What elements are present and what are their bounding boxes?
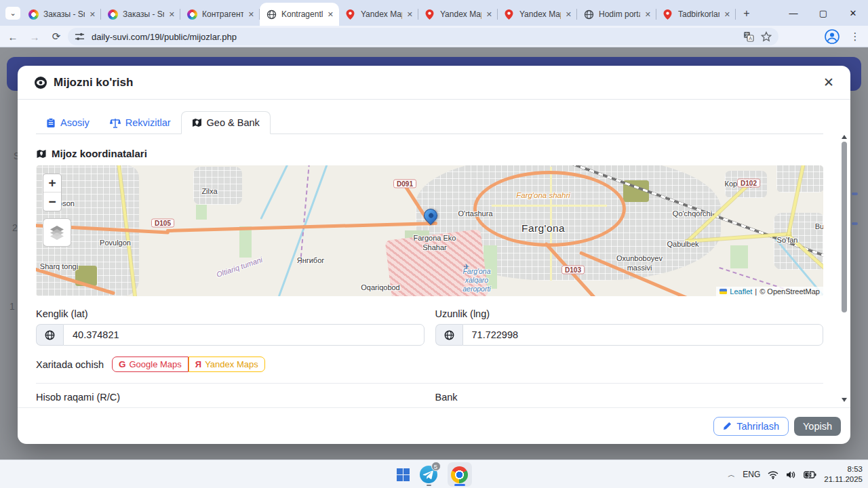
maximize-button[interactable]: ▢ <box>808 0 838 26</box>
map-green <box>196 205 207 220</box>
leaflet-map[interactable]: Poloson Povulgon Sharq tongi Zilxa Oltia… <box>36 165 823 296</box>
tab-asosiy[interactable]: Asosiy <box>36 111 100 134</box>
back-button[interactable]: ← <box>5 29 20 44</box>
yandex-maps-button[interactable]: ЯYandex Maps <box>189 357 265 372</box>
new-tab-button[interactable]: + <box>739 6 754 21</box>
lng-label: Uzunlik (lng) <box>435 308 824 319</box>
rainbow-favicon <box>187 9 197 20</box>
close-window-button[interactable]: ✕ <box>838 0 868 26</box>
globe-favicon <box>584 9 594 20</box>
zoom-out-button[interactable]: − <box>43 192 61 211</box>
tab-close-icon[interactable]: ✕ <box>566 10 572 19</box>
browser-tab-strip: ⌄ Заказы - Sma✕ Заказы - Sma✕ Контрагент… <box>0 0 868 26</box>
edit-button[interactable]: Tahrirlash <box>713 417 789 436</box>
close-button[interactable]: Yopish <box>794 417 841 436</box>
modal-scrollbar[interactable] <box>841 135 848 402</box>
map-area <box>193 167 242 205</box>
road-badge: D105 <box>151 219 174 228</box>
modal-footer: Tahrirlash Yopish <box>18 407 850 444</box>
tab-close-icon[interactable]: ✕ <box>407 10 413 19</box>
map-label: Zilxa <box>201 187 217 195</box>
minimize-button[interactable]: — <box>778 0 808 26</box>
telegram-icon[interactable]: 5 <box>418 463 439 486</box>
windows-taskbar: 5 ︿ ENG 8:53 21.11.2025 <box>0 460 868 488</box>
site-settings-icon[interactable] <box>75 32 85 42</box>
layers-control[interactable] <box>43 218 71 247</box>
wifi-icon[interactable] <box>768 470 778 479</box>
tray-date: 21.11.2025 <box>824 474 863 485</box>
view-client-modal: Mijozni ko'rish ✕ Asosiy Rekvizitlar Geo… <box>18 66 850 444</box>
tab-close-icon[interactable]: ✕ <box>724 10 730 19</box>
pin-favicon <box>425 9 435 20</box>
tab-close-icon[interactable]: ✕ <box>90 10 96 19</box>
pin-favicon <box>346 9 356 20</box>
leaflet-link[interactable]: Leaflet <box>730 287 752 296</box>
tab-rekvizitlar[interactable]: Rekvizitlar <box>100 111 181 134</box>
tab-close-icon[interactable]: ✕ <box>328 10 334 19</box>
map-green <box>730 245 748 268</box>
modal-body: Asosiy Rekvizitlar Geo & Bank Mijoz koor… <box>18 100 850 407</box>
scrollbar-thumb[interactable] <box>842 142 847 312</box>
clock[interactable]: 8:53 21.11.2025 <box>824 464 863 485</box>
lat-label: Kenglik (lat) <box>36 308 425 319</box>
url-text[interactable]: daily-suvi.com/19l/public/mijozlar.php <box>92 32 736 42</box>
map-label: Oxunboboyev massivi <box>608 254 671 273</box>
globe-icon <box>435 324 462 346</box>
bookmark-star-icon[interactable] <box>761 31 772 42</box>
divider <box>36 383 823 384</box>
tab-close-icon[interactable]: ✕ <box>248 10 254 19</box>
section-title: Mijoz koordinatalari <box>36 148 823 159</box>
lat-input[interactable] <box>63 324 425 346</box>
browser-toolbar: ← → ⟳ daily-suvi.com/19l/public/mijozlar… <box>0 26 868 47</box>
page-fragment: 1 <box>9 301 15 312</box>
map-zoom-control: + − <box>43 174 62 211</box>
tab-geo-bank[interactable]: Geo & Bank <box>181 111 271 134</box>
reload-button[interactable]: ⟳ <box>49 29 64 44</box>
address-bar[interactable]: daily-suvi.com/19l/public/mijozlar.php 文… <box>68 28 778 45</box>
page-backdrop: S 2 1 Mijozni ko'rish ✕ Asosiy Rekvizitl… <box>0 47 868 460</box>
page-fragment: 2 <box>12 222 18 233</box>
browser-tab[interactable]: Контрагенты✕ <box>180 3 260 26</box>
start-button-icon[interactable] <box>397 468 410 481</box>
tab-close-icon[interactable]: ✕ <box>169 10 175 19</box>
browser-tab[interactable]: Заказы - Sma✕ <box>101 3 180 26</box>
browser-tab[interactable]: Yandex Maps✕ <box>418 3 498 26</box>
browser-tab[interactable]: Yandex Maps✕ <box>498 3 577 26</box>
lng-input[interactable] <box>462 324 824 346</box>
running-indicator <box>427 485 431 487</box>
language-indicator[interactable]: ENG <box>743 470 760 479</box>
tab-search-button[interactable]: ⌄ <box>5 7 20 20</box>
browser-tab-active[interactable]: Kontragentlar✕ <box>260 3 339 26</box>
tray-chevron-icon[interactable]: ︿ <box>728 470 735 480</box>
scroll-down-arrow[interactable] <box>842 398 847 402</box>
modal-close-icon[interactable]: ✕ <box>823 75 834 90</box>
browser-tab[interactable]: Заказы - Sma✕ <box>22 3 101 26</box>
browser-menu-icon[interactable]: ⋮ <box>848 29 863 44</box>
map-label: Oqariqobod <box>361 283 400 291</box>
chrome-icon[interactable] <box>448 462 472 487</box>
road-badge: D102 <box>737 179 760 188</box>
tab-close-icon[interactable]: ✕ <box>645 10 651 19</box>
translate-icon[interactable]: 文A <box>743 31 754 42</box>
pin-favicon <box>505 9 515 20</box>
google-maps-button[interactable]: GGoogle Maps <box>112 357 189 372</box>
volume-icon[interactable] <box>786 470 796 479</box>
road-badge: D091 <box>393 180 416 188</box>
map-attribution: Leaflet | © OpenStreetMap <box>716 287 823 296</box>
browser-tab[interactable]: Hodim portal✕ <box>577 3 656 26</box>
browser-tab[interactable]: Yandex Maps✕ <box>339 3 418 26</box>
active-app-indicator <box>454 484 465 486</box>
browser-tab[interactable]: Tadbirkorlar✕ <box>656 3 736 26</box>
map-label: Qabulbek <box>667 240 698 248</box>
tab-close-icon[interactable]: ✕ <box>486 10 492 19</box>
map-label: O'rtashura <box>458 209 492 218</box>
zoom-in-button[interactable]: + <box>43 174 61 192</box>
scroll-up-arrow[interactable] <box>842 135 847 139</box>
map-label-airport: Farg'ona xalqaro aeroporti <box>452 267 501 293</box>
battery-icon[interactable] <box>804 471 816 479</box>
forward-button[interactable]: → <box>27 29 42 44</box>
airplane-icon: ✈ <box>463 262 469 271</box>
map-label: Янгибог <box>297 256 325 264</box>
profile-avatar-icon[interactable] <box>825 29 840 44</box>
map-label: So'fan <box>777 236 798 244</box>
